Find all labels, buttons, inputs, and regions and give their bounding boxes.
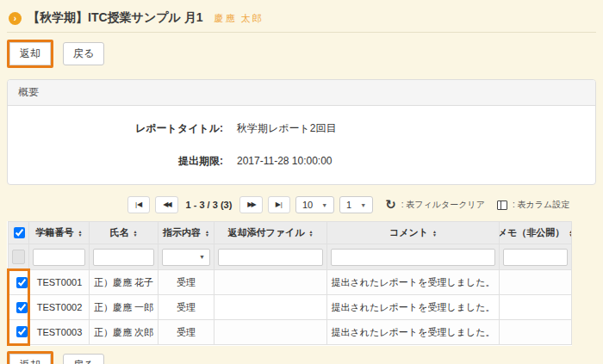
column-settings-icon[interactable] — [497, 201, 507, 210]
return-button-bottom[interactable]: 返却 — [9, 354, 51, 364]
filter-name-input[interactable] — [93, 249, 154, 266]
cell-comment: 提出されたレポートを受理しました。 — [327, 320, 500, 345]
header-attachment[interactable]: 返却添付ファイル ▲▼ — [214, 222, 327, 244]
pagination-range: 1 - 3 / 3 (3) — [186, 200, 233, 210]
table-row: TEST0001 正）慶應 花子 受理 提出されたレポートを受理しました。 — [9, 270, 572, 295]
row-checkbox-cell — [9, 270, 29, 295]
sort-icon[interactable]: ▲▼ — [569, 230, 571, 237]
header-student-id[interactable]: 学籍番号 ▲▼ — [29, 222, 90, 244]
chevron-down-icon: ▼ — [321, 202, 327, 208]
header-comment[interactable]: コメント ▲▼ — [327, 222, 500, 244]
report-title-value: 秋学期レポート2回目 — [237, 121, 337, 136]
chevron-right-circle-icon: › — [9, 12, 22, 25]
cell-comment: 提出されたレポートを受理しました。 — [327, 270, 500, 295]
filter-attachment-input[interactable] — [218, 249, 323, 266]
cell-attachment — [214, 295, 327, 320]
report-title-row: レポートタイトル: 秋学期レポート2回目 — [8, 121, 595, 136]
row-checkbox[interactable] — [16, 277, 28, 288]
return-button-highlight: 返却 — [7, 40, 53, 68]
cell-memo — [500, 295, 572, 320]
sort-icon[interactable]: ▲▼ — [205, 230, 209, 237]
filter-student-id-cell — [29, 244, 90, 270]
page-size-select[interactable]: 10 ▼ — [295, 196, 334, 213]
cell-memo — [500, 270, 572, 295]
filter-clear-label[interactable]: : 表フィルタークリア — [401, 199, 485, 211]
filter-instruction-select[interactable]: ▼ — [162, 249, 210, 266]
table-filter-row: ▼ — [9, 244, 572, 270]
first-page-button[interactable]: |◀ — [127, 196, 150, 213]
next-page-button[interactable]: ▶▶ — [239, 196, 262, 213]
sort-icon[interactable]: ▲▼ — [309, 230, 314, 237]
row-checkbox-cell — [9, 320, 29, 345]
sort-icon[interactable]: ▲▼ — [432, 230, 437, 237]
deadline-value: 2017-11-28 10:00:00 — [237, 155, 333, 167]
select-all-checkbox[interactable] — [14, 227, 25, 238]
cell-instruction: 受理 — [159, 270, 214, 295]
cell-attachment — [214, 270, 327, 295]
cell-name: 正）慶應 花子 — [90, 270, 159, 295]
table-row: TEST0003 正）慶應 次郎 受理 提出されたレポートを受理しました。 — [9, 320, 572, 345]
row-checkbox[interactable] — [16, 326, 28, 337]
sort-icon[interactable]: ▲▼ — [78, 230, 83, 237]
cell-student-id: TEST0001 — [29, 270, 90, 295]
cell-memo — [500, 320, 572, 345]
top-action-bar: 返却 戻る — [7, 40, 596, 68]
filter-instruction-cell: ▼ — [159, 244, 214, 270]
header-instruction-label: 指示内容 — [163, 226, 201, 239]
header-instruction[interactable]: 指示内容 ▲▼ — [159, 222, 214, 244]
cell-name: 正）慶應 次郎 — [90, 320, 159, 345]
cell-instruction: 受理 — [159, 295, 214, 320]
back-button-top[interactable]: 戻る — [63, 42, 104, 65]
header-memo[interactable]: メモ（非公開） ▲▼ — [500, 222, 572, 244]
bottom-action-bar: 返却 戻る — [7, 351, 596, 364]
header-name-label: 氏名 — [110, 226, 129, 239]
sort-icon[interactable]: ▲▼ — [134, 230, 138, 237]
filter-memo-cell — [500, 244, 572, 270]
return-table: 学籍番号 ▲▼ 氏名 ▲▼ 指示内容 ▲▼ 返却添付ファイル ▲▼ コメント — [7, 221, 572, 346]
cell-instruction: 受理 — [159, 320, 214, 345]
filter-clear-icon[interactable]: ↻ — [385, 200, 396, 210]
header-comment-label: コメント — [389, 226, 428, 239]
overview-panel: 概要 レポートタイトル: 秋学期レポート2回目 提出期限: 2017-11-28… — [7, 79, 596, 185]
return-button-highlight: 返却 — [7, 351, 53, 364]
page-size-value: 10 — [302, 200, 313, 210]
pagination-toolbar: |◀ ◀◀ 1 - 3 / 3 (3) ▶▶ ▶| 10 ▼ 1 ▼ ↻ : 表… — [127, 196, 596, 213]
filter-memo-input[interactable] — [503, 249, 568, 266]
return-button-top[interactable]: 返却 — [9, 42, 51, 65]
deadline-row: 提出期限: 2017-11-28 10:00:00 — [8, 154, 595, 169]
header-name[interactable]: 氏名 ▲▼ — [90, 222, 159, 244]
last-page-button[interactable]: ▶| — [268, 196, 290, 213]
chevron-down-icon: ▼ — [199, 254, 205, 260]
cell-comment: 提出されたレポートを受理しました。 — [327, 295, 500, 320]
teacher-name-link[interactable]: 慶應 太郎 — [214, 12, 264, 25]
page-number-select[interactable]: 1 ▼ — [339, 196, 373, 213]
cell-name: 正）慶應 一郎 — [90, 295, 159, 320]
table-header-row: 学籍番号 ▲▼ 氏名 ▲▼ 指示内容 ▲▼ 返却添付ファイル ▲▼ コメント — [9, 222, 572, 244]
header-memo-label: メモ（非公開） — [500, 226, 565, 239]
report-title-label: レポートタイトル: — [8, 121, 223, 136]
filter-comment-input[interactable] — [331, 249, 495, 266]
row-checkbox-cell — [9, 295, 29, 320]
row-checkbox[interactable] — [16, 302, 28, 313]
cell-attachment — [214, 320, 327, 345]
filter-student-id-input[interactable] — [33, 249, 85, 266]
filter-comment-cell — [327, 244, 500, 270]
prev-page-icon: ◀◀ — [163, 201, 170, 208]
next-page-icon: ▶▶ — [247, 201, 254, 208]
page-title: 【秋学期】ITC授業サンプル 月1 — [28, 10, 203, 26]
cell-student-id: TEST0002 — [29, 295, 90, 320]
prev-page-button[interactable]: ◀◀ — [155, 196, 177, 213]
filter-attachment-cell — [214, 244, 327, 270]
select-all-header — [9, 222, 29, 244]
header-attachment-label: 返却添付ファイル — [228, 226, 305, 239]
overview-panel-body: レポートタイトル: 秋学期レポート2回目 提出期限: 2017-11-28 10… — [8, 106, 595, 184]
page-number-value: 1 — [346, 200, 351, 210]
back-button-bottom[interactable]: 戻る — [63, 354, 104, 364]
filter-blank-box — [12, 250, 25, 264]
header-student-id-label: 学籍番号 — [36, 226, 74, 239]
overview-panel-title: 概要 — [8, 80, 595, 106]
table-row: TEST0002 正）慶應 一郎 受理 提出されたレポートを受理しました。 — [9, 295, 572, 320]
column-settings-label[interactable]: : 表カラム設定 — [513, 199, 569, 211]
header-divider — [7, 32, 596, 33]
cell-student-id: TEST0003 — [29, 320, 90, 345]
